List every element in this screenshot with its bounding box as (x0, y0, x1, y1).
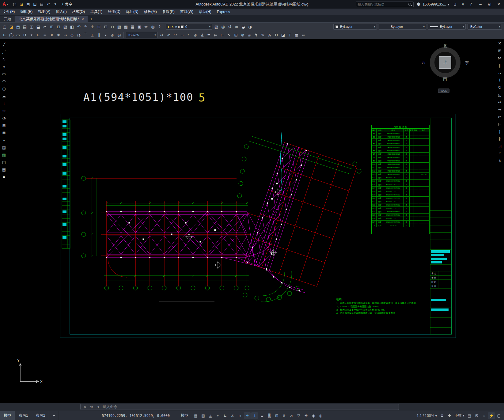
render-icon[interactable]: ◍ (150, 23, 156, 30)
polyline-icon[interactable]: ∿ (1, 56, 7, 62)
transparency-toggle[interactable]: ▒ (266, 412, 273, 419)
snap-apparent-intersection-icon[interactable]: ✶ (55, 32, 62, 38)
search-input[interactable] (358, 2, 408, 6)
qnew-icon[interactable]: ▢ (1, 23, 8, 30)
region-icon[interactable]: ▢ (1, 159, 7, 165)
dim-edit-icon[interactable]: ✎ (260, 32, 266, 38)
break-at-point-icon[interactable]: ¦ (496, 128, 503, 135)
layout2-tab[interactable]: 布局2 (32, 411, 49, 420)
menu-item[interactable]: 插入(I) (53, 9, 69, 15)
offset-icon[interactable]: ∥ (496, 62, 503, 69)
share-button[interactable]: ✈ 共享 (61, 2, 72, 7)
gizmo-toggle[interactable]: ✜ (303, 412, 309, 419)
dim-update-icon[interactable]: ↻ (273, 32, 280, 38)
insert-block-icon[interactable]: ⊞ (1, 122, 7, 129)
zoom-realtime-icon[interactable]: ⊕ (96, 23, 102, 30)
polygon-icon[interactable]: ⌂ (1, 63, 7, 70)
save-file-icon[interactable]: ⬒ (15, 23, 21, 30)
arc-icon[interactable]: ◠ (1, 78, 7, 85)
spline-icon[interactable]: ≀ (1, 100, 7, 107)
help-menu-icon[interactable]: ? (468, 1, 474, 7)
match-properties-icon[interactable]: ▧ (62, 23, 69, 30)
menu-item[interactable]: 参数(P) (160, 9, 177, 15)
named-ucs-icon[interactable]: ▭ (15, 32, 21, 38)
rectangle-icon[interactable]: ▭ (1, 71, 7, 77)
menu-item[interactable]: 工具(T) (88, 9, 105, 15)
dim-angular-icon[interactable]: ∡ (199, 32, 206, 38)
plot-icon[interactable]: ▤ (39, 1, 45, 7)
customize-command-icon[interactable]: ⚒ (89, 404, 94, 409)
undo-icon[interactable]: ↶ (45, 1, 51, 7)
block-editor-icon[interactable]: ◧ (69, 23, 75, 30)
plot-preview-icon[interactable]: ◫ (28, 23, 35, 30)
compass-west-label[interactable]: 西 (422, 60, 426, 66)
close-button[interactable]: ✕ (494, 0, 503, 9)
help-search-box[interactable] (356, 2, 414, 7)
layer-states-icon[interactable]: ≈ (233, 23, 240, 30)
start-tab[interactable]: 开始 (0, 16, 15, 22)
paste-icon[interactable]: ⊟ (55, 23, 62, 30)
compass-east-label[interactable]: 东 (465, 60, 469, 66)
chamfer-icon[interactable]: ◿ (496, 143, 503, 149)
dim-diameter-icon[interactable]: ⌀ (192, 32, 199, 38)
dim-text-edit-icon[interactable]: A (266, 32, 273, 38)
menu-item[interactable]: 视图(V) (35, 9, 53, 15)
zoom-window-icon[interactable]: ⊡ (102, 23, 109, 30)
tool-palettes-icon[interactable]: ▦ (129, 23, 136, 30)
annotation-scale-dropdown[interactable]: 1:1 / 100% ▾ (416, 412, 438, 419)
lock-ui-button[interactable]: ⊠ (473, 412, 480, 419)
search-icon[interactable] (408, 2, 412, 6)
construction-line-icon[interactable]: ⋰ (1, 49, 7, 55)
snap-tangent-icon[interactable]: ⌒ (82, 32, 89, 38)
menu-item[interactable]: 标注(N) (123, 9, 141, 15)
gradient-icon[interactable]: ▧ (1, 152, 7, 158)
view-compass[interactable]: 上 北 南 西 东 (427, 44, 463, 81)
annotation-visibility-toggle[interactable]: ◉ (310, 412, 317, 419)
polar-tracking-toggle[interactable]: ∠ (229, 412, 236, 419)
circle-icon[interactable]: ○ (1, 85, 7, 92)
open-file-icon[interactable]: ◪ (8, 23, 15, 30)
dim-linear-icon[interactable]: ↔ (158, 32, 165, 38)
cut-icon[interactable]: ✂ (42, 23, 48, 30)
command-prompt-text[interactable]: 键入命令 (103, 404, 117, 410)
dim-ordinate-icon[interactable]: ¬ (179, 32, 185, 38)
object-snap-tracking-toggle[interactable]: ✛ (244, 412, 251, 419)
snap-endpoint-icon[interactable]: ∟ (35, 32, 42, 38)
fillet-icon[interactable]: ◜ (496, 150, 503, 157)
infer-constraints-toggle[interactable]: ◬ (207, 412, 214, 419)
undo-tool-icon[interactable]: ↶ (75, 23, 82, 30)
layout1-tab[interactable]: 布局1 (15, 411, 32, 420)
snap-extension-icon[interactable]: → (62, 32, 69, 38)
menu-item[interactable]: 文件(F) (0, 9, 17, 15)
snap-midpoint-icon[interactable]: ≐ (42, 32, 48, 38)
publish-icon[interactable]: ⬓ (35, 23, 42, 30)
ellipse-arc-icon[interactable]: ◔ (1, 115, 7, 121)
annotation-monitor-toggle[interactable]: ✚ (446, 412, 453, 419)
dynamic-input-toggle[interactable]: ⌖ (214, 412, 221, 419)
extend-icon[interactable]: ⊢ (496, 121, 503, 127)
snap-perpendicular-icon[interactable]: ⊥ (89, 32, 96, 38)
account-menu[interactable]: ☻ 1505999135... ▾ (415, 1, 450, 7)
graphics-performance-toggle[interactable]: ⚡ (488, 412, 495, 419)
menu-item[interactable]: 格式(O) (70, 9, 88, 15)
zoom-previous-icon[interactable]: ⊙ (109, 23, 116, 30)
lengthen-icon[interactable]: → (496, 106, 503, 113)
make-layer-current-icon[interactable]: ◎ (220, 23, 226, 30)
units-dropdown[interactable]: 小数 ▾ (453, 412, 465, 419)
layer-previous-icon[interactable]: ↺ (226, 23, 233, 30)
osnap-settings-icon[interactable]: ◎ (116, 32, 123, 38)
dim-inspect-icon[interactable]: # (246, 32, 253, 38)
quick-properties-toggle[interactable]: ▤ (466, 412, 473, 419)
grid-display-toggle[interactable]: ▦ (192, 412, 199, 419)
linetype-dropdown[interactable]: ByLayer ▾ (379, 24, 426, 30)
copy-clip-icon[interactable]: ⊞ (48, 23, 55, 30)
ellipse-icon[interactable]: ⊖ (1, 108, 7, 114)
center-mark-icon[interactable]: ⊕ (239, 32, 246, 38)
scale-icon[interactable]: ◺ (496, 92, 503, 98)
layer-control-dropdown[interactable]: ◐☀❄▪ 0 ▾ (166, 24, 212, 30)
snap-quadrant-icon[interactable]: ◔ (75, 32, 82, 38)
menu-item[interactable]: 窗口(W) (177, 9, 196, 15)
create-block-icon[interactable]: ⊠ (1, 130, 7, 136)
properties-palette-icon[interactable]: ▨ (116, 23, 123, 30)
dim-jogged-icon[interactable]: ↯ (253, 32, 260, 38)
